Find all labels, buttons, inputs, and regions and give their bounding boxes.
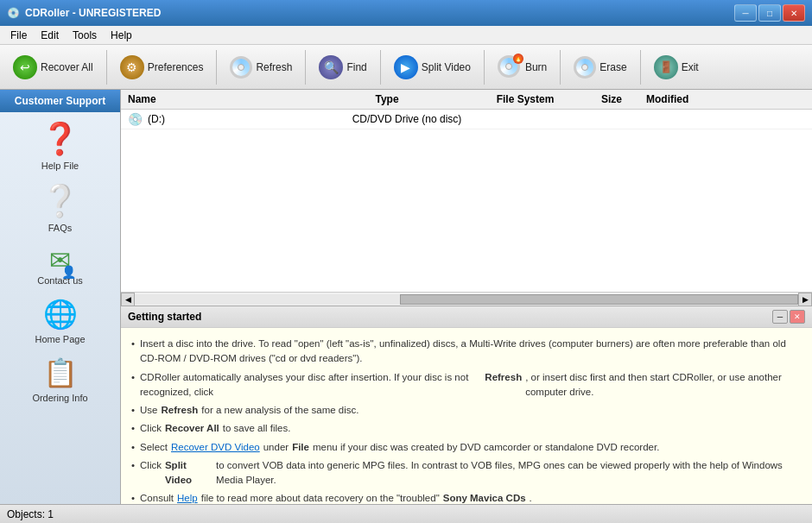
list-item: Select Recover DVD Video under File menu…	[131, 438, 802, 457]
sidebar-item-contact-us[interactable]: ✉ 👤 Contact us	[0, 236, 120, 289]
split-video-icon: ▶	[394, 55, 418, 79]
file-row-type: CD/DVD Drive (no disc)	[320, 113, 493, 125]
home-page-icon: 🌐	[43, 298, 78, 331]
find-icon: 🔍	[319, 55, 343, 79]
close-button[interactable]: ✕	[783, 4, 805, 22]
split-video-label: Split Video	[422, 61, 471, 73]
erase-label: Erase	[599, 61, 626, 73]
toolbar: ↩ Recover All ⚙ Preferences Refresh 🔍 Fi…	[0, 45, 812, 90]
col-header-modified: Modified	[646, 93, 805, 105]
list-item: Use Refresh for a new analysis of the sa…	[131, 401, 802, 419]
col-header-size: Size	[577, 93, 646, 105]
refresh-button[interactable]: Refresh	[220, 48, 301, 86]
scroll-thumb[interactable]	[400, 294, 798, 305]
sep2	[216, 50, 217, 85]
recover-dvd-video-link[interactable]: Recover DVD Video	[171, 440, 260, 455]
help-file-label: Help File	[41, 161, 79, 171]
scroll-left-button[interactable]: ◀	[121, 293, 135, 306]
split-video-emphasis: Split Video	[165, 458, 213, 488]
maximize-button[interactable]: □	[758, 4, 781, 22]
sidebar-item-home-page[interactable]: 🌐 Home Page	[0, 289, 120, 348]
list-item: Insert a disc into the drive. To read "o…	[131, 335, 802, 369]
drive-icon: 💿	[128, 112, 143, 126]
find-label: Find	[346, 61, 366, 73]
refresh-label: Refresh	[256, 61, 292, 73]
faqs-label: FAQs	[48, 223, 73, 233]
sony-mavica-emphasis: Sony Mavica CDs	[443, 491, 526, 504]
recover-all-emphasis: Recover All	[165, 421, 219, 436]
gs-close-button[interactable]: ✕	[790, 310, 805, 324]
sidebar-title: Customer Support	[0, 90, 120, 112]
find-button[interactable]: 🔍 Find	[309, 48, 376, 86]
refresh-emphasis: Refresh	[485, 370, 522, 385]
sep4	[380, 50, 381, 85]
burn-button[interactable]: 🔥 Burn	[488, 48, 556, 86]
sep6	[560, 50, 561, 85]
file-list-header: Name Type File System Size Modified	[121, 90, 812, 110]
menu-file[interactable]: File	[3, 28, 34, 43]
split-video-button[interactable]: ▶ Split Video	[384, 48, 480, 86]
exit-label: Exit	[682, 61, 699, 73]
status-bar: Objects: 1	[0, 504, 812, 523]
horizontal-scrollbar[interactable]: ◀ ▶	[121, 292, 812, 306]
sidebar-item-ordering-info[interactable]: 📋 Ordering Info	[0, 348, 120, 406]
scroll-track[interactable]	[135, 294, 798, 305]
recover-all-label: Recover All	[41, 61, 93, 73]
sep1	[106, 50, 107, 85]
main-layout: Customer Support ❓ Help File ❔ FAQs ✉ 👤 …	[0, 90, 812, 504]
list-item: Click Split Video to convert VOB data in…	[131, 457, 802, 490]
sidebar-item-faqs[interactable]: ❔ FAQs	[0, 174, 120, 236]
help-file-icon: ❓	[41, 121, 79, 157]
table-row[interactable]: 💿 (D:) CD/DVD Drive (no disc)	[121, 110, 812, 129]
col-header-name: Name	[128, 93, 301, 105]
file-list: Name Type File System Size Modified 💿 (D…	[121, 90, 812, 292]
disc-inner	[238, 64, 244, 71]
scroll-right-button[interactable]: ▶	[798, 293, 812, 306]
recover-all-icon: ↩	[13, 55, 37, 79]
preferences-icon: ⚙	[120, 55, 144, 79]
gs-body: Insert a disc into the drive. To read "o…	[121, 328, 812, 504]
menu-tools[interactable]: Tools	[66, 28, 104, 43]
refresh-emphasis2: Refresh	[161, 403, 198, 418]
list-item: Consult Help file to read more about dat…	[131, 489, 802, 504]
gs-header-controls: ─ ✕	[772, 310, 805, 324]
title-bar-left: 💿 CDRoller - UNREGISTERED	[7, 7, 161, 19]
file-row-name: (D:)	[148, 113, 320, 125]
minimize-button[interactable]: ─	[734, 4, 757, 22]
home-page-label: Home Page	[35, 334, 85, 344]
exit-icon: 🚪	[654, 55, 678, 79]
menu-bar: File Edit Tools Help	[0, 26, 812, 45]
sidebar: Customer Support ❓ Help File ❔ FAQs ✉ 👤 …	[0, 90, 121, 504]
burn-icon: 🔥	[498, 55, 522, 79]
exit-button[interactable]: 🚪 Exit	[644, 48, 708, 86]
gs-minimize-button[interactable]: ─	[772, 310, 788, 324]
menu-help[interactable]: Help	[104, 28, 139, 43]
erase-icon	[574, 56, 596, 79]
window-title: CDRoller - UNREGISTERED	[25, 7, 161, 19]
recover-all-button[interactable]: ↩ Recover All	[3, 48, 103, 86]
refresh-icon	[230, 56, 252, 79]
list-item: Click Recover All to save all files.	[131, 419, 802, 438]
app-icon: 💿	[7, 7, 20, 19]
contact-us-icon: ✉ 👤	[49, 245, 71, 275]
content-area: Name Type File System Size Modified 💿 (D…	[121, 90, 812, 504]
status-text: Objects: 1	[7, 508, 54, 520]
title-bar: 💿 CDRoller - UNREGISTERED ─ □ ✕	[0, 0, 812, 26]
faqs-icon: ❔	[41, 183, 79, 219]
sidebar-item-help-file[interactable]: ❓ Help File	[0, 112, 120, 174]
ordering-info-label: Ordering Info	[32, 393, 87, 403]
getting-started-panel: Getting started ─ ✕ Insert a disc into t…	[121, 306, 812, 504]
preferences-button[interactable]: ⚙ Preferences	[111, 48, 213, 86]
menu-edit[interactable]: Edit	[34, 28, 66, 43]
help-link[interactable]: Help	[177, 491, 198, 504]
sep3	[305, 50, 306, 85]
sep5	[484, 50, 485, 85]
ordering-info-icon: 📋	[43, 356, 78, 389]
col-header-fs: File System	[473, 93, 577, 105]
gs-title: Getting started	[128, 311, 201, 323]
title-bar-controls: ─ □ ✕	[734, 4, 805, 22]
sep7	[640, 50, 641, 85]
gs-header: Getting started ─ ✕	[121, 306, 812, 328]
erase-button[interactable]: Erase	[564, 48, 636, 86]
col-header-type: Type	[301, 93, 473, 105]
